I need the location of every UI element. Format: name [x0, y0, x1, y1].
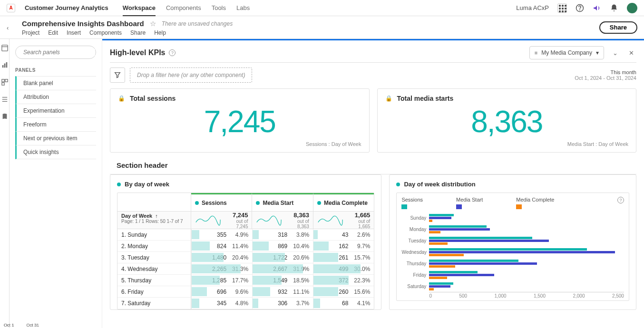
rail-toc-icon[interactable] — [1, 96, 8, 103]
search-panels-input[interactable] — [15, 46, 96, 59]
filter-dropzone[interactable]: Drop a filter here (or any other compone… — [130, 68, 252, 83]
chart-bar-row: Tuesday — [401, 235, 624, 246]
panel-title: High-level KPIs — [110, 48, 165, 57]
filter-icon-button[interactable] — [110, 68, 125, 83]
kpi-title: Total sessions — [130, 95, 176, 102]
legend-item: Media Start — [456, 197, 483, 209]
section-header: Section header — [102, 153, 644, 174]
table-row[interactable]: 3. Tuesday1,48020.4%1,72220.6%26115.7% — [117, 252, 374, 263]
chart-bar-row: Saturday — [401, 280, 624, 292]
table-row[interactable]: 4. Wednesday2,26531.3%2,66731.9%49930.0% — [117, 263, 374, 275]
svg-rect-5 — [4, 64, 5, 68]
legend-item: Sessions — [401, 197, 423, 209]
panel-item-quick-insights[interactable]: Quick insights — [15, 145, 96, 159]
nav-tab-tools[interactable]: Tools — [212, 0, 226, 16]
freeform-table[interactable]: SessionsMedia StartMedia CompleteDay of … — [117, 193, 374, 309]
announcements-icon[interactable] — [593, 4, 601, 12]
metric-header[interactable]: Sessions — [191, 193, 252, 211]
kpi-footer: Sessions : Day of Week — [118, 141, 361, 147]
data-view-label: My Media Company — [541, 49, 592, 56]
table-row[interactable]: 2. Monday82411.4%86910.4%1629.7% — [117, 241, 374, 252]
kpi-card[interactable]: 🔒Total media starts 8,363 Media Start : … — [377, 88, 637, 153]
project-menubar: ProjectEditInsertComponentsShareHelp — [22, 29, 233, 36]
chart-bar-row: Sunday — [401, 212, 624, 223]
chart-bar-row: Monday — [401, 223, 624, 235]
svg-rect-2 — [1, 45, 7, 51]
kpi-title: Total media starts — [397, 95, 454, 102]
chart-bar-row: Thursday — [401, 258, 624, 269]
menu-share[interactable]: Share — [130, 29, 146, 36]
help-icon[interactable] — [576, 4, 584, 12]
chart-info-icon[interactable]: ? — [617, 197, 624, 203]
table-row[interactable]: 1. Sunday3554.9%3183.8%432.6% — [117, 229, 374, 241]
kpi-footer: Media Start : Day of Week — [385, 141, 629, 147]
panel-item-next-or-previous-item[interactable]: Next or previous item — [15, 131, 96, 145]
menu-edit[interactable]: Edit — [48, 29, 58, 36]
axis-tick: 2,500 — [612, 293, 624, 299]
menu-project[interactable]: Project — [22, 29, 39, 36]
panel-daterange[interactable]: This month Oct 1, 2024 - Oct 31, 2024 — [575, 69, 636, 81]
table-row[interactable]: 7. Saturday3454.8%3063.7%684.1% — [117, 298, 374, 309]
nav-tab-labs[interactable]: Labs — [236, 0, 250, 16]
menu-components[interactable]: Components — [89, 29, 122, 36]
user-avatar-icon[interactable] — [627, 3, 637, 13]
rail-visualizations-icon[interactable] — [1, 62, 8, 68]
panel-item-experimentation[interactable]: Experimentation — [15, 104, 96, 118]
nav-tab-components[interactable]: Components — [166, 0, 201, 16]
chart-bar-row: Wednesday — [401, 246, 624, 258]
chevron-down-icon: ▾ — [596, 49, 599, 56]
app-logo-icon: A — [7, 4, 15, 12]
svg-rect-9 — [1, 83, 4, 85]
notifications-icon[interactable] — [610, 4, 618, 12]
nav-tabs: WorkspaceComponentsToolsLabs — [123, 0, 250, 16]
menu-help[interactable]: Help — [154, 29, 166, 36]
chart-bar-row: Friday — [401, 269, 624, 280]
workspace-canvas: High-level KPIs ? ≡ My Media Company ▾ ⌄… — [102, 39, 644, 328]
favorite-star-icon[interactable]: ☆ — [150, 19, 156, 28]
apps-switcher-icon[interactable] — [557, 3, 567, 13]
panel-item-freeform[interactable]: Freeform — [15, 117, 96, 132]
panels-section-label: PANELS — [15, 68, 96, 73]
menu-insert[interactable]: Insert — [67, 29, 81, 36]
panel-item-blank-panel[interactable]: Blank panel — [15, 76, 96, 90]
chart-title: Day of week distribution — [404, 181, 475, 188]
rail-datadict-icon[interactable] — [1, 113, 8, 120]
project-bar: ‹ Comprehensive Insights Dashboard ☆ The… — [0, 16, 644, 39]
back-button[interactable]: ‹ — [7, 16, 14, 39]
axis-tick: 500 — [459, 293, 467, 299]
share-button[interactable]: Share — [599, 21, 637, 34]
org-name: Luma ACxP — [516, 4, 549, 11]
table-row[interactable]: 6. Friday6969.6%93211.1%26015.6% — [117, 286, 374, 298]
data-view-selector[interactable]: ≡ My Media Company ▾ — [529, 46, 604, 59]
data-view-icon: ≡ — [535, 50, 537, 56]
filter-icon — [114, 71, 121, 79]
freeform-table-card: By day of week SessionsMedia StartMedia … — [110, 174, 381, 310]
axis-tick: 1,000 — [495, 293, 507, 299]
panel-close-button[interactable]: ✕ — [626, 48, 636, 58]
kpi-value: 7,245 — [118, 104, 361, 139]
panel-info-icon[interactable]: ? — [169, 49, 176, 56]
table-title: By day of week — [125, 181, 169, 188]
metric-header[interactable]: Media Complete — [313, 193, 374, 211]
bar-chart[interactable]: SessionsMedia StartMedia Complete? Sunda… — [396, 193, 629, 301]
panels-left-panel: PANELS Blank panelAttributionExperimenta… — [10, 39, 102, 328]
panel-item-attribution[interactable]: Attribution — [15, 90, 96, 104]
viz-dot-icon — [117, 183, 121, 186]
axis-tick: 1,500 — [534, 293, 546, 299]
svg-rect-7 — [1, 79, 4, 82]
rail-panels-icon[interactable] — [1, 45, 8, 51]
axis-tick: 2,000 — [573, 293, 585, 299]
axis-tick: 0 — [429, 293, 432, 299]
kpi-card[interactable]: 🔒Total sessions 7,245 Sessions : Day of … — [110, 88, 370, 153]
svg-rect-8 — [5, 79, 7, 82]
legend-item: Media Complete — [516, 197, 554, 209]
metric-header[interactable]: Media Start — [252, 193, 313, 211]
svg-point-1 — [580, 10, 580, 10]
nav-tab-workspace[interactable]: Workspace — [123, 0, 156, 16]
top-bar: A Customer Journey Analytics WorkspaceCo… — [0, 0, 644, 16]
svg-rect-4 — [2, 65, 3, 68]
table-row[interactable]: 5. Thursday1,28517.7%1,54918.5%37222.3% — [117, 275, 374, 286]
panel-collapse-button[interactable]: ⌄ — [610, 48, 620, 58]
rail-components-icon[interactable] — [1, 79, 8, 86]
viz-dot-icon — [396, 183, 400, 186]
